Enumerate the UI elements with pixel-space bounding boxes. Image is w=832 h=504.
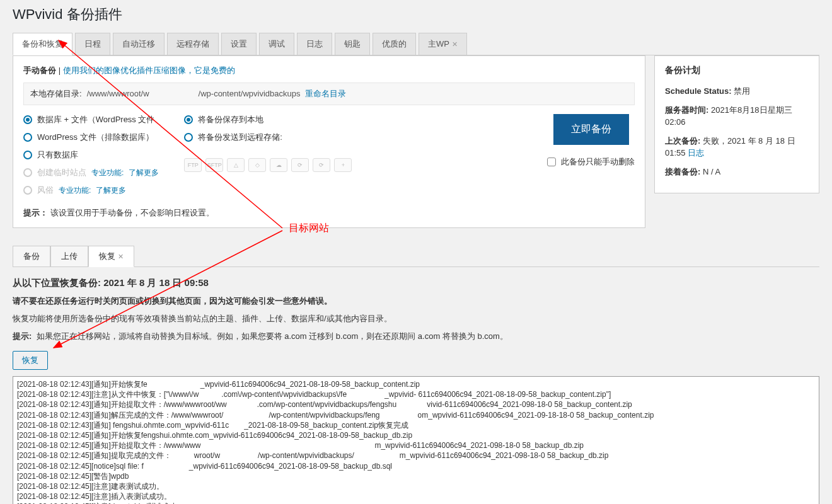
image-optimize-promo-link[interactable]: 使用我们的图像优化插件压缩图像，它是免费的 — [63, 66, 235, 75]
sub-tab-restore-label: 恢复 — [99, 251, 115, 261]
tab-premium[interactable]: 优质的 — [373, 33, 416, 55]
radio-save-local-label: 将备份保存到本地 — [198, 114, 263, 125]
radio-db-and-files-label: 数据库 + 文件（WordPress 文件 — [37, 114, 154, 125]
backup-action-group: 立即备份 此备份只能手动删除 — [547, 114, 635, 168]
remote-dest-icons: FTP SFTP △ ◇ ☁ ⟳ ⟳ + — [184, 158, 352, 172]
manual-delete-label: 此备份只能手动删除 — [561, 156, 635, 168]
radio-send-remote[interactable] — [184, 133, 193, 142]
restore-button[interactable]: 恢复 — [13, 351, 48, 370]
radio-files-only[interactable] — [23, 133, 32, 142]
radio-staging-label: 创建临时站点 — [37, 167, 86, 178]
backup-what-group: 数据库 + 文件（WordPress 文件 WordPress 文件（排除数据库… — [23, 114, 159, 196]
learn-more-link[interactable]: 了解更多 — [129, 168, 159, 178]
close-icon[interactable]: ✕ — [452, 40, 458, 48]
manual-backup-title: 手动备份 — [23, 66, 56, 75]
tab-auto-migrate[interactable]: 自动迁移 — [113, 33, 165, 55]
local-storage-path-bar: 本地存储目录: /www/wwwroot/w /wp-content/wpviv… — [23, 83, 635, 105]
manual-backup-panel: 手动备份 | 使用我们的图像优化插件压缩图像，它是免费的 本地存储目录: /ww… — [13, 55, 645, 228]
tab-keys[interactable]: 钥匙 — [335, 33, 370, 55]
backup-dest-group: 将备份保存到本地 将备份发送到远程存储: FTP SFTP △ ◇ ☁ ⟳ ⟳ … — [184, 114, 352, 172]
rename-dir-link[interactable]: 重命名目录 — [305, 88, 346, 100]
tip-text: 该设置仅用于手动备份，不会影响日程设置。 — [50, 208, 214, 217]
separator: | — [59, 66, 61, 75]
schedule-title: 备份计划 — [665, 65, 809, 76]
radio-files-only-label: WordPress 文件（排除数据库） — [37, 132, 154, 143]
restore-log-output[interactable]: [2021-08-18 02:12:43][通知]开始恢复fe _wpvivid… — [13, 376, 819, 504]
last-backup-label: 上次备份: — [665, 136, 700, 146]
ftp-icon[interactable]: FTP — [184, 158, 202, 172]
pcloud-icon[interactable]: ⟳ — [313, 158, 330, 172]
sub-tab-backup[interactable]: 备份 — [13, 246, 50, 266]
tab-mainwp-label: 主WP — [428, 39, 449, 49]
tab-logs[interactable]: 日志 — [297, 33, 332, 55]
gdrive-icon[interactable]: △ — [227, 158, 245, 172]
onedrive-icon[interactable]: ☁ — [270, 158, 287, 172]
restore-heading: 从以下位置恢复备份: 2021 年 8 月 18 日 09:58 — [13, 277, 819, 289]
radio-save-local[interactable] — [184, 115, 193, 124]
restore-tip: 提示: 如果您正在迁移网站，源域将自动替换为目标域。例如，如果您要将 a.com… — [13, 331, 819, 342]
radio-custom-label: 风俗 — [37, 185, 54, 196]
server-time-label: 服务器时间: — [665, 105, 708, 115]
pro-tag: 专业功能: — [91, 168, 124, 178]
next-backup-value: N / A — [703, 167, 720, 176]
sub-tab-upload[interactable]: 上传 — [50, 246, 88, 266]
learn-more-link-2[interactable]: 了解更多 — [96, 185, 126, 196]
restore-warning: 请不要在还原任务运行时关闭页面或切换到其他页面，因为这可能会引发一些意外错误。 — [13, 295, 819, 307]
s3-icon[interactable]: ⟳ — [291, 158, 309, 172]
path-label: 本地存储目录: — [30, 88, 82, 100]
backup-now-button[interactable]: 立即备份 — [553, 114, 629, 145]
radio-db-only[interactable] — [23, 151, 32, 159]
sub-tab-restore[interactable]: 恢复✕ — [88, 246, 134, 267]
sub-tab-row: 备份 上传 恢复✕ — [13, 246, 819, 267]
add-remote-icon[interactable]: + — [334, 158, 352, 172]
tab-schedule[interactable]: 日程 — [75, 33, 110, 55]
tab-remote-storage[interactable]: 远程存储 — [167, 33, 219, 55]
main-tab-row: 备份和恢复 日程 自动迁移 远程存储 设置 调试 日志 钥匙 优质的 主WP✕ — [13, 33, 819, 55]
pro-tag-2: 专业功能: — [59, 185, 91, 196]
close-icon[interactable]: ✕ — [118, 253, 124, 260]
tab-settings[interactable]: 设置 — [221, 33, 257, 55]
tab-mainwp[interactable]: 主WP✕ — [419, 33, 467, 55]
last-backup-log-link[interactable]: 日志 — [688, 148, 704, 158]
radio-staging — [23, 168, 32, 177]
radio-db-and-files[interactable] — [23, 115, 32, 124]
tab-debug[interactable]: 调试 — [259, 33, 294, 55]
next-backup-label: 接着备份: — [665, 167, 700, 176]
tip-label: 提示： — [23, 208, 48, 217]
page-title: WPvivid 备份插件 — [13, 5, 819, 24]
sftp-icon[interactable]: SFTP — [205, 158, 223, 172]
radio-send-remote-label: 将备份发送到远程存储: — [198, 132, 282, 143]
radio-db-only-label: 只有数据库 — [37, 149, 78, 161]
radio-custom — [23, 186, 32, 195]
dropbox-icon[interactable]: ◇ — [248, 158, 266, 172]
schedule-status-value: 禁用 — [734, 86, 750, 96]
path-value: /www/wwwroot/w /wp-content/wpvividbackup… — [87, 88, 301, 100]
schedule-status-label: Schedule Status: — [665, 86, 731, 96]
restore-description: 恢复功能将使用所选备份中的现有等效项替换当前站点的主题、插件、上传、数据库和/或… — [13, 313, 819, 324]
tab-backup-restore[interactable]: 备份和恢复 — [13, 33, 72, 55]
schedule-panel: 备份计划 Schedule Status: 禁用 服务器时间: 2021年8月1… — [654, 55, 819, 193]
manual-delete-checkbox[interactable] — [547, 158, 556, 166]
